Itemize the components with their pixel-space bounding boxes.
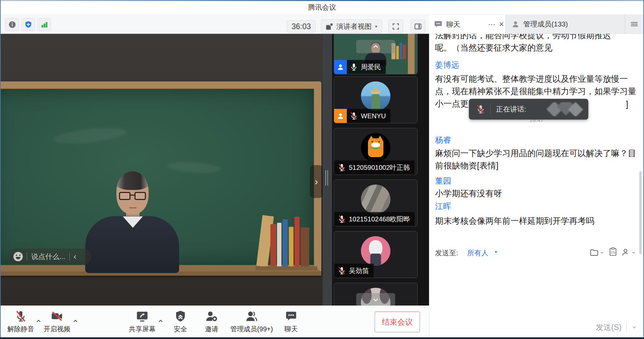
panel-divider — [323, 34, 332, 306]
chat-bubble-icon — [285, 310, 298, 323]
share-screen-label: 共享屏幕 — [127, 325, 158, 334]
meeting-controls-toolbar: 解除静音 开启视频 共享屏幕 安全 邀请 管理成员(99+) 聊天 结束会议 — [0, 306, 428, 337]
announcement-icon: 公告 — [608, 247, 618, 257]
chevron-up-icon — [372, 43, 380, 51]
person-icon — [336, 112, 344, 120]
fullscreen-button[interactable] — [388, 19, 403, 33]
security-label: 安全 — [166, 325, 195, 334]
info-icon — [8, 21, 16, 28]
tab-chat[interactable]: 聊天 ⋯ ✕ — [429, 15, 506, 34]
send-controls: 发送(S) — [596, 321, 643, 334]
mic-muted-icon — [14, 310, 27, 323]
tab-members[interactable]: 管理成员(133) — [506, 15, 625, 34]
mic-muted-icon — [337, 163, 346, 172]
participant-tile[interactable]: 51205901002叶正韩 — [334, 128, 418, 175]
title-bar: 腾讯会议 — [0, 0, 644, 15]
mention-button[interactable] — [621, 248, 636, 257]
tab-members-label: 管理成员(133) — [523, 19, 568, 29]
person-icon — [336, 63, 344, 71]
chat-input-area[interactable] — [429, 260, 644, 319]
participant-name-bar: 周爱民 — [334, 60, 386, 74]
participant-tile[interactable]: WENYU — [334, 76, 418, 123]
cohost-badge — [334, 109, 347, 123]
chat-send-options: 发送至: 所有人 ▼ 公告 — [429, 246, 644, 260]
expand-right-icon: › — [315, 176, 318, 187]
chat-bubble-icon — [434, 20, 443, 29]
emoji-icon[interactable] — [13, 252, 23, 261]
folder-icon — [589, 248, 599, 258]
avatar — [361, 185, 390, 214]
main-video-stage[interactable]: 说点什么... ‹ › — [0, 34, 323, 306]
expand-strip-button[interactable] — [356, 293, 395, 306]
avatar — [361, 133, 390, 162]
send-to-label: 发送至: — [435, 248, 458, 258]
close-panel-icon[interactable]: ✕ — [499, 20, 504, 28]
presenter-face — [116, 171, 149, 214]
chat-author: 姜博远 — [435, 60, 459, 70]
chevron-down-icon — [599, 250, 605, 255]
send-to-selector[interactable]: 所有人 — [467, 248, 488, 258]
participant-name-bar: 吴劲笛 — [334, 264, 374, 278]
participant-tile[interactable]: 吴劲笛 — [334, 231, 418, 278]
send-options-icon[interactable] — [631, 324, 637, 330]
participant-tile[interactable] — [334, 283, 418, 306]
view-selector-label: 演讲者视图 — [336, 22, 372, 31]
host-badge — [334, 60, 347, 74]
participant-name: WENYU — [361, 112, 386, 120]
expand-right-handle[interactable]: › — [310, 165, 323, 198]
end-meeting-button[interactable]: 结束会议 — [375, 312, 420, 332]
chat-scrollbar[interactable] — [639, 171, 642, 254]
chat-message: 小学期还有没有呀 — [435, 187, 640, 200]
invite-icon — [205, 310, 218, 323]
share-options-chevron-icon[interactable] — [158, 319, 164, 323]
video-options-chevron-icon[interactable] — [72, 319, 78, 323]
menu-icon — [631, 21, 638, 27]
avatar — [361, 81, 390, 111]
window-title: 腾讯会议 — [0, 0, 644, 15]
speaking-toast: 正在讲话: — [469, 99, 588, 120]
say-something-placeholder: 说点什么... — [31, 252, 65, 261]
speaking-toast-label: 正在讲话: — [496, 105, 526, 114]
chevron-down-icon: ▼ — [374, 24, 378, 28]
share-screen-icon — [136, 310, 149, 323]
meeting-timer: 36:03 — [287, 20, 316, 32]
meeting-info-button[interactable] — [5, 18, 19, 31]
manage-members-label: 管理成员(99+) — [229, 325, 274, 334]
participant-tile[interactable]: 周爱民 — [334, 34, 418, 74]
chevron-down-icon: ▼ — [494, 250, 498, 254]
start-video-label: 开启视频 — [42, 325, 72, 334]
participant-name-bar: WENYU — [334, 109, 390, 123]
announcement-button[interactable]: 公告 — [608, 247, 618, 258]
file-transfer-button[interactable] — [589, 248, 605, 258]
tab-chat-label: 聊天 — [446, 20, 460, 29]
invite-label: 邀请 — [197, 325, 226, 334]
avatar — [361, 236, 390, 266]
network-status-button[interactable] — [38, 18, 51, 31]
chat-message-obscured-end: ] — [626, 98, 636, 111]
mic-muted-icon — [350, 112, 358, 120]
side-panel-toggle-button[interactable] — [411, 19, 425, 33]
security-shield-icon — [174, 310, 187, 323]
mic-options-chevron-icon[interactable] — [36, 319, 42, 323]
collapse-left-icon[interactable]: ‹ — [74, 252, 76, 261]
say-something-input[interactable]: 说点什么... ‹ — [9, 249, 91, 265]
participant-name: 51205901002叶正韩 — [349, 163, 410, 172]
top-toolbar: 36:03 演讲者视图 ▼ — [0, 15, 429, 34]
chat-message: 期末考核会像两年前一样延期到开学再考吗 — [435, 215, 640, 227]
mic-muted-icon — [337, 215, 346, 223]
chat-message-list: 法解封的话，能否同学校提议，劳动节假期推迟 呢。（当然还要征求大家的意见 姜博远… — [429, 34, 644, 236]
participant-tile[interactable]: 10215102468欧阳晔 — [334, 180, 418, 226]
drag-handle[interactable] — [325, 170, 326, 186]
protection-button[interactable] — [21, 18, 35, 31]
view-selector[interactable]: 演讲者视图 ▼ — [321, 19, 382, 33]
collapse-strip-button[interactable] — [356, 40, 395, 53]
chat-label: 聊天 — [276, 325, 306, 334]
panel-menu-button[interactable] — [625, 15, 643, 34]
more-icon[interactable]: ⋯ — [488, 20, 495, 29]
chat-author: 杨睿 — [435, 135, 451, 145]
send-button[interactable]: 发送(S) — [596, 322, 622, 333]
participant-name: 10215102468欧阳晔 — [349, 215, 410, 224]
mic-icon — [350, 63, 358, 71]
speaker-view-icon — [325, 22, 334, 31]
chat-message: 法解封的话，能否同学校提议，劳动节假期推迟 呢。（当然还要征求大家的意见 — [435, 34, 640, 54]
